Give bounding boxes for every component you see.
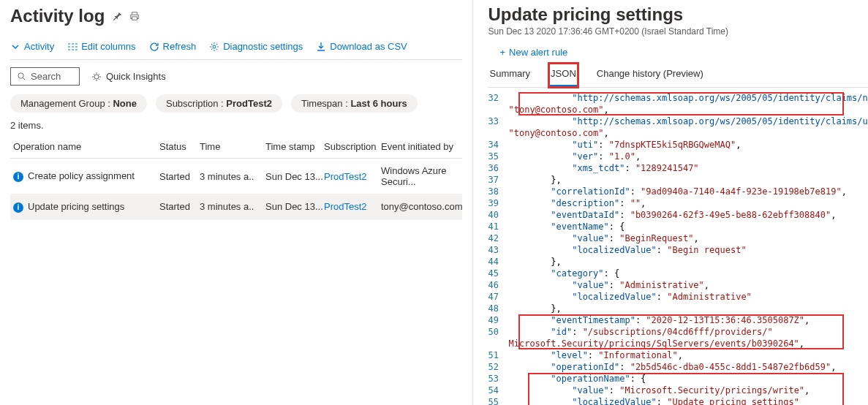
- columns-icon: [67, 42, 78, 52]
- info-icon: i: [13, 172, 23, 182]
- page-title: Activity log: [10, 6, 105, 26]
- row-event: tony@contoso.com: [381, 201, 462, 212]
- insights-icon: [91, 72, 102, 82]
- search-placeholder: Search: [31, 71, 61, 82]
- json-line: 55 "localizedValue": "Update pricing set…: [488, 396, 868, 405]
- svg-point-2: [94, 75, 99, 79]
- refresh-icon: [149, 42, 159, 52]
- json-line: 44 },: [488, 256, 868, 268]
- col-subscription[interactable]: Subscription: [324, 141, 381, 152]
- quick-insights-label: Quick Insights: [106, 71, 166, 82]
- tab-summary[interactable]: Summary: [488, 64, 532, 87]
- json-line: 46 "value": "Administrative",: [488, 279, 868, 291]
- download-icon: [316, 42, 326, 52]
- row-sub-link[interactable]: ProdTest2: [324, 171, 381, 182]
- row-op: Create policy assignment: [28, 170, 135, 181]
- json-line: 40 "eventDataId": "b0390264-62f3-49e5-be…: [488, 209, 868, 221]
- item-count: 2 items.: [10, 120, 462, 131]
- detail-subtitle: Sun Dec 13 2020 17:36:46 GMT+0200 (Israe…: [488, 26, 868, 37]
- json-line: 50 "id": "/subscriptions/04cd6fff/provid…: [488, 326, 868, 338]
- diagnostic-button[interactable]: Diagnostic settings: [209, 41, 303, 52]
- row-stamp: Sun Dec 13...: [265, 171, 324, 182]
- svg-point-0: [213, 45, 216, 48]
- table-row[interactable]: iUpdate pricing settings Started 3 minut…: [10, 194, 462, 220]
- col-time[interactable]: Time: [200, 141, 265, 152]
- json-line: 51 "level": "Informational",: [488, 349, 868, 361]
- row-time: 3 minutes a..: [200, 201, 265, 212]
- refresh-label: Refresh: [163, 41, 197, 52]
- col-operation[interactable]: Operation name: [13, 141, 159, 152]
- edit-columns-label: Edit columns: [81, 41, 135, 52]
- pin-icon[interactable]: [112, 11, 122, 21]
- toolbar: Activity Edit columns Refresh Diagnostic…: [10, 37, 462, 60]
- download-csv-button[interactable]: Download as CSV: [316, 41, 407, 52]
- json-line: 33 "http://schemas.xmlsoap.org/ws/2005/0…: [488, 116, 868, 127]
- col-timestamp[interactable]: Time stamp: [265, 141, 324, 152]
- row-sub-link[interactable]: ProdTest2: [324, 201, 381, 212]
- row-status: Started: [159, 171, 200, 182]
- plus-icon: +: [499, 47, 505, 58]
- json-line: 39 "description": "",: [488, 197, 868, 209]
- json-line: 42 "value": "BeginRequest",: [488, 232, 868, 244]
- col-status[interactable]: Status: [159, 141, 200, 152]
- json-line: "tony@contoso.com",: [488, 127, 868, 139]
- filter-sub[interactable]: Subscription : ProdTest2: [156, 94, 282, 113]
- row-stamp: Sun Dec 13...: [265, 201, 324, 212]
- edit-columns-button[interactable]: Edit columns: [67, 41, 135, 52]
- gear-icon: [209, 42, 219, 52]
- json-line: 43 "localizedValue": "Begin request": [488, 244, 868, 256]
- json-line: 54 "value": "Microsoft.Security/pricings…: [488, 385, 868, 396]
- table-row[interactable]: iCreate policy assignment Started 3 minu…: [10, 159, 462, 194]
- json-line: 48 },: [488, 303, 868, 314]
- row-op: Update pricing settings: [28, 201, 124, 212]
- col-event[interactable]: Event initiated by: [381, 141, 462, 152]
- json-line: 53 "operationName": {: [488, 373, 868, 385]
- json-line: "tony@contoso.com",: [488, 104, 868, 116]
- info-icon: i: [13, 202, 23, 213]
- json-line: 52 "operationId": "2b5d546c-dba0-455c-8d…: [488, 361, 868, 373]
- quick-insights-button[interactable]: Quick Insights: [91, 71, 166, 82]
- filter-mg[interactable]: Management Group : None: [10, 94, 147, 113]
- json-line: 34 "uti": "7dnspKTE5ki5qRBGQweMAQ",: [488, 139, 868, 151]
- chevron-down-icon: [10, 42, 20, 52]
- row-time: 3 minutes a..: [200, 171, 265, 182]
- row-status: Started: [159, 201, 200, 212]
- json-line: 35 "ver": "1.0",: [488, 151, 868, 162]
- detail-title: Update pricing settings: [488, 4, 868, 25]
- new-alert-label: New alert rule: [509, 47, 567, 58]
- json-line: 47 "localizedValue": "Administrative": [488, 291, 868, 303]
- diagnostic-label: Diagnostic settings: [223, 41, 303, 52]
- activity-dropdown[interactable]: Activity: [10, 41, 54, 52]
- tab-json[interactable]: JSON: [549, 64, 578, 87]
- json-viewer[interactable]: 32 "http://schemas.xmlsoap.org/ws/2005/0…: [488, 92, 868, 405]
- activity-label: Activity: [24, 41, 54, 52]
- new-alert-button[interactable]: + New alert rule: [499, 47, 868, 58]
- json-line: Microsoft.Security/pricings/SqlServers/e…: [488, 338, 868, 349]
- json-line: 32 "http://schemas.xmlsoap.org/ws/2005/0…: [488, 92, 868, 104]
- json-line: 45 "category": {: [488, 268, 868, 279]
- search-input[interactable]: Search: [10, 67, 80, 86]
- search-icon: [17, 72, 26, 81]
- print-icon[interactable]: [129, 11, 140, 21]
- tab-history[interactable]: Change history (Preview): [595, 64, 705, 87]
- json-line: 49 "eventTimestamp": "2020-12-13T15:36:4…: [488, 314, 868, 326]
- refresh-button[interactable]: Refresh: [149, 41, 197, 52]
- download-label: Download as CSV: [330, 41, 407, 52]
- json-line: 37 },: [488, 174, 868, 186]
- json-line: 36 "xms_tcdt": "1289241547": [488, 162, 868, 174]
- grid-header: Operation name Status Time Time stamp Su…: [10, 135, 462, 159]
- json-line: 38 "correlationId": "9ad0940a-7140-4a4f-…: [488, 186, 868, 197]
- row-event: Windows Azure Securi...: [381, 165, 462, 187]
- svg-point-1: [18, 73, 23, 78]
- filter-timespan[interactable]: Timespan : Last 6 hours: [291, 94, 418, 113]
- json-line: 41 "eventName": {: [488, 221, 868, 232]
